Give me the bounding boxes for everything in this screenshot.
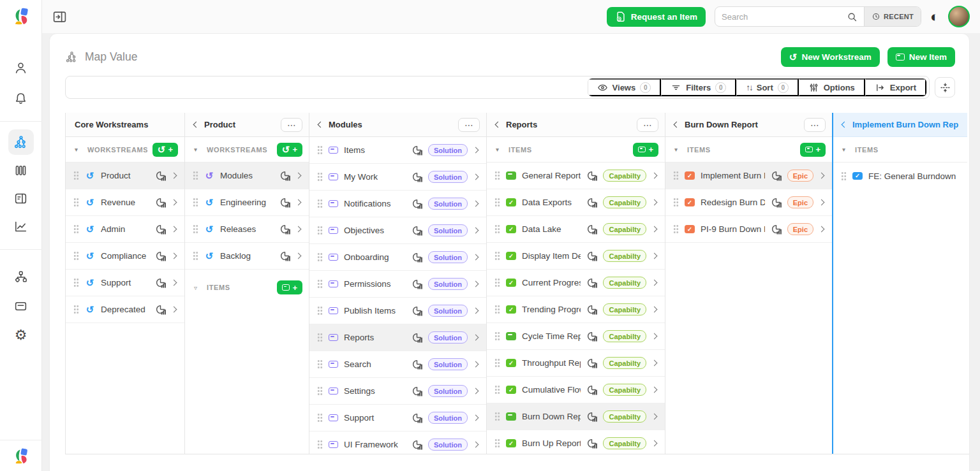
item-row[interactable]: SupportSolution bbox=[309, 405, 486, 431]
chevron-right-icon[interactable] bbox=[171, 173, 177, 179]
add-item-button[interactable] bbox=[633, 143, 658, 157]
workstream-row[interactable]: Engineering bbox=[185, 189, 309, 216]
column-menu-button[interactable] bbox=[281, 118, 302, 132]
chevron-right-icon[interactable] bbox=[651, 414, 658, 420]
theme-contrast-icon[interactable]: ◐ bbox=[930, 10, 939, 24]
drag-handle-icon[interactable] bbox=[673, 198, 679, 207]
chevron-right-icon[interactable] bbox=[295, 253, 302, 259]
settings-gear-icon[interactable]: ⚙ bbox=[8, 322, 34, 348]
progress-pie-icon[interactable] bbox=[412, 332, 422, 343]
chevron-right-icon[interactable] bbox=[473, 335, 479, 341]
chevron-right-icon[interactable] bbox=[171, 307, 177, 313]
item-row[interactable]: Trending Progre...Capabilty bbox=[487, 296, 665, 323]
progress-pie-icon[interactable] bbox=[412, 171, 422, 182]
item-row[interactable]: Current Progres...Capabilty bbox=[487, 270, 665, 296]
chevron-left-icon[interactable] bbox=[842, 122, 848, 128]
drag-handle-icon[interactable] bbox=[73, 171, 79, 180]
progress-pie-icon[interactable] bbox=[412, 279, 422, 289]
chevron-right-icon[interactable] bbox=[171, 199, 177, 206]
chevron-right-icon[interactable] bbox=[295, 173, 302, 179]
drag-handle-icon[interactable] bbox=[73, 198, 79, 207]
chevron-right-icon[interactable] bbox=[473, 254, 479, 261]
app-logo[interactable] bbox=[13, 8, 29, 25]
progress-pie-icon[interactable] bbox=[586, 331, 597, 342]
workstream-row[interactable]: Product bbox=[66, 163, 184, 189]
item-feed-icon[interactable] bbox=[8, 293, 34, 319]
item-row[interactable]: Burn Up ReportCapabilty bbox=[487, 430, 665, 454]
drag-handle-icon[interactable] bbox=[673, 171, 679, 180]
chevron-right-icon[interactable] bbox=[819, 173, 825, 179]
new-workstream-button[interactable]: New Workstream bbox=[781, 47, 880, 67]
request-item-button[interactable]: Request an Item bbox=[607, 7, 706, 27]
progress-pie-icon[interactable] bbox=[279, 250, 290, 261]
chevron-right-icon[interactable] bbox=[651, 360, 658, 366]
insights-chart-icon[interactable] bbox=[8, 214, 34, 239]
progress-pie-icon[interactable] bbox=[586, 170, 597, 181]
caret-down-icon[interactable]: ▾ bbox=[674, 146, 682, 153]
user-avatar[interactable] bbox=[948, 6, 970, 27]
progress-pie-icon[interactable] bbox=[155, 224, 166, 235]
drag-handle-icon[interactable] bbox=[193, 171, 198, 180]
drag-handle-icon[interactable] bbox=[494, 198, 500, 207]
progress-pie-icon[interactable] bbox=[586, 384, 597, 395]
add-workstream-button[interactable] bbox=[277, 143, 302, 157]
chevron-right-icon[interactable] bbox=[651, 387, 658, 393]
chevron-right-icon[interactable] bbox=[473, 201, 479, 207]
drag-handle-icon[interactable] bbox=[317, 172, 323, 182]
filters-button[interactable]: Filters 0 bbox=[661, 78, 736, 96]
item-row[interactable]: OnboardingSolution bbox=[309, 244, 486, 271]
progress-pie-icon[interactable] bbox=[155, 170, 166, 181]
caret-down-icon[interactable]: ▾ bbox=[194, 146, 202, 153]
drag-handle-icon[interactable] bbox=[193, 198, 198, 207]
item-row[interactable]: SearchSolution bbox=[309, 351, 486, 378]
drag-handle-icon[interactable] bbox=[73, 305, 79, 314]
chevron-right-icon[interactable] bbox=[473, 361, 479, 368]
notifications-bell-icon[interactable] bbox=[8, 85, 34, 111]
add-item-button[interactable] bbox=[800, 143, 826, 157]
progress-pie-icon[interactable] bbox=[586, 438, 597, 449]
chevron-left-icon[interactable] bbox=[495, 122, 501, 128]
new-item-button[interactable]: New Item bbox=[887, 47, 955, 67]
progress-pie-icon[interactable] bbox=[155, 304, 166, 315]
item-row[interactable]: Implement Burn D...Epic bbox=[665, 163, 832, 189]
drag-handle-icon[interactable] bbox=[317, 199, 323, 208]
caret-down-outline-icon[interactable]: ▿ bbox=[194, 284, 202, 291]
options-button[interactable]: Options bbox=[799, 78, 865, 96]
item-row[interactable]: FE: General Burndown bbox=[833, 163, 967, 189]
column-menu-button[interactable] bbox=[804, 118, 826, 132]
chevron-right-icon[interactable] bbox=[651, 307, 658, 313]
item-row[interactable]: Publish ItemsSolution bbox=[309, 298, 486, 324]
drag-handle-icon[interactable] bbox=[73, 278, 79, 287]
chevron-right-icon[interactable] bbox=[295, 226, 302, 233]
progress-pie-icon[interactable] bbox=[279, 197, 290, 208]
caret-down-icon[interactable]: ▾ bbox=[842, 146, 850, 153]
chevron-left-icon[interactable] bbox=[318, 122, 324, 128]
progress-pie-icon[interactable] bbox=[586, 358, 597, 368]
progress-pie-icon[interactable] bbox=[412, 305, 422, 316]
caret-down-icon[interactable]: ▾ bbox=[75, 146, 82, 153]
sort-button[interactable]: ↑↓ Sort 0 bbox=[736, 78, 799, 96]
workstream-row[interactable]: Support bbox=[66, 270, 184, 296]
progress-pie-icon[interactable] bbox=[586, 304, 597, 315]
collapse-rows-button[interactable] bbox=[935, 77, 955, 98]
drag-handle-icon[interactable] bbox=[494, 331, 500, 341]
chevron-right-icon[interactable] bbox=[819, 199, 825, 206]
progress-pie-icon[interactable] bbox=[155, 250, 166, 261]
progress-pie-icon[interactable] bbox=[771, 197, 782, 208]
progress-pie-icon[interactable] bbox=[412, 198, 422, 209]
expand-panel-icon[interactable] bbox=[52, 9, 68, 24]
add-item-button[interactable] bbox=[277, 280, 302, 294]
item-row[interactable]: Cumulative Flow...Capabilty bbox=[487, 377, 665, 403]
drag-handle-icon[interactable] bbox=[494, 358, 500, 368]
item-row[interactable]: PI-9 Burn Down R...Epic bbox=[665, 216, 832, 243]
views-button[interactable]: Views 0 bbox=[588, 78, 662, 96]
value-map-icon[interactable] bbox=[8, 129, 34, 155]
progress-pie-icon[interactable] bbox=[412, 359, 422, 370]
workstream-row[interactable]: Backlog bbox=[185, 243, 309, 270]
chevron-right-icon[interactable] bbox=[473, 388, 479, 395]
item-row[interactable]: Display Item Det...Capabilty bbox=[487, 243, 665, 270]
chevron-right-icon[interactable] bbox=[651, 226, 658, 233]
progress-pie-icon[interactable] bbox=[412, 439, 422, 450]
item-row[interactable]: UI FrameworkSolution bbox=[309, 431, 486, 454]
drag-handle-icon[interactable] bbox=[494, 224, 500, 234]
